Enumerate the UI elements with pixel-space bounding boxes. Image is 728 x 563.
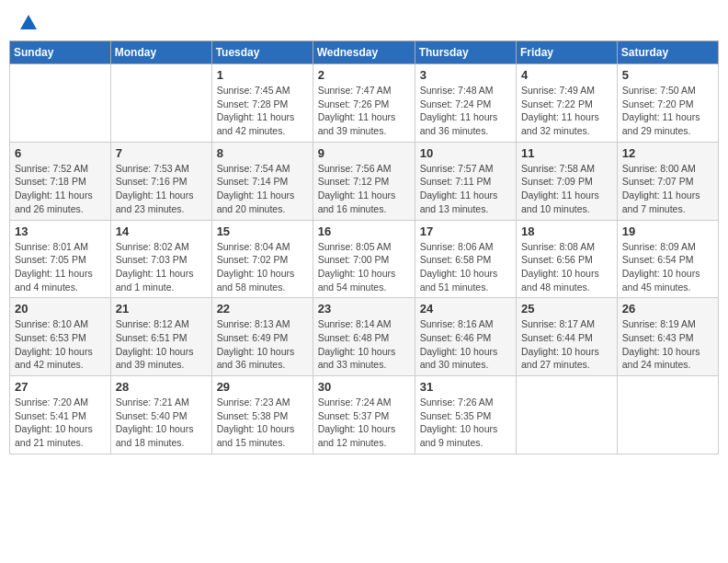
day-number: 18 — [521, 224, 612, 238]
page-header — [9, 9, 719, 35]
day-detail: Sunrise: 7:50 AM Sunset: 7:20 PM Dayligh… — [622, 84, 713, 138]
day-detail: Sunrise: 7:24 AM Sunset: 5:37 PM Dayligh… — [318, 396, 410, 450]
day-detail: Sunrise: 7:23 AM Sunset: 5:38 PM Dayligh… — [217, 396, 308, 450]
calendar-cell: 6Sunrise: 7:52 AM Sunset: 7:18 PM Daylig… — [10, 142, 111, 220]
day-detail: Sunrise: 8:12 AM Sunset: 6:51 PM Dayligh… — [116, 317, 207, 372]
logo-triangle-icon — [20, 15, 37, 29]
day-detail: Sunrise: 8:06 AM Sunset: 6:58 PM Dayligh… — [420, 240, 511, 294]
day-number: 19 — [622, 224, 713, 238]
day-number: 25 — [521, 302, 612, 316]
calendar-cell — [517, 376, 618, 454]
day-of-week-header: Monday — [110, 41, 211, 64]
day-detail: Sunrise: 8:14 AM Sunset: 6:48 PM Dayligh… — [318, 317, 410, 372]
calendar-cell — [10, 64, 111, 143]
day-number: 14 — [116, 224, 207, 238]
day-detail: Sunrise: 7:21 AM Sunset: 5:40 PM Dayligh… — [116, 396, 207, 450]
day-number: 22 — [217, 302, 308, 316]
day-number: 5 — [622, 68, 713, 82]
calendar-cell: 4Sunrise: 7:49 AM Sunset: 7:22 PM Daylig… — [517, 64, 618, 143]
calendar-cell: 3Sunrise: 7:48 AM Sunset: 7:24 PM Daylig… — [415, 64, 516, 143]
day-detail: Sunrise: 8:00 AM Sunset: 7:07 PM Dayligh… — [622, 162, 713, 216]
calendar-week-row: 6Sunrise: 7:52 AM Sunset: 7:18 PM Daylig… — [10, 142, 719, 220]
calendar-cell: 10Sunrise: 7:57 AM Sunset: 7:11 PM Dayli… — [415, 142, 516, 220]
day-number: 11 — [521, 146, 612, 160]
day-number: 12 — [622, 146, 713, 160]
day-detail: Sunrise: 7:57 AM Sunset: 7:11 PM Dayligh… — [420, 162, 511, 216]
calendar-cell: 12Sunrise: 8:00 AM Sunset: 7:07 PM Dayli… — [617, 142, 718, 220]
calendar-cell: 31Sunrise: 7:26 AM Sunset: 5:35 PM Dayli… — [415, 376, 516, 454]
day-number: 28 — [116, 380, 207, 394]
calendar-cell: 28Sunrise: 7:21 AM Sunset: 5:40 PM Dayli… — [110, 376, 211, 454]
calendar-cell: 22Sunrise: 8:13 AM Sunset: 6:49 PM Dayli… — [211, 298, 313, 376]
calendar-cell: 5Sunrise: 7:50 AM Sunset: 7:20 PM Daylig… — [617, 64, 718, 143]
calendar-week-row: 27Sunrise: 7:20 AM Sunset: 5:41 PM Dayli… — [10, 376, 719, 454]
day-number: 20 — [15, 302, 106, 316]
day-detail: Sunrise: 8:17 AM Sunset: 6:44 PM Dayligh… — [521, 317, 612, 372]
day-number: 15 — [217, 224, 308, 238]
day-number: 17 — [420, 224, 511, 238]
calendar-week-row: 1Sunrise: 7:45 AM Sunset: 7:28 PM Daylig… — [10, 64, 719, 143]
day-detail: Sunrise: 8:09 AM Sunset: 6:54 PM Dayligh… — [622, 240, 713, 294]
day-number: 13 — [15, 224, 106, 238]
calendar-cell: 25Sunrise: 8:17 AM Sunset: 6:44 PM Dayli… — [517, 298, 618, 376]
calendar-week-row: 13Sunrise: 8:01 AM Sunset: 7:05 PM Dayli… — [10, 220, 719, 298]
day-detail: Sunrise: 7:54 AM Sunset: 7:14 PM Dayligh… — [217, 162, 308, 216]
calendar-cell: 23Sunrise: 8:14 AM Sunset: 6:48 PM Dayli… — [313, 298, 415, 376]
day-detail: Sunrise: 8:04 AM Sunset: 7:02 PM Dayligh… — [217, 240, 308, 294]
calendar-cell: 11Sunrise: 7:58 AM Sunset: 7:09 PM Dayli… — [517, 142, 618, 220]
day-of-week-header: Saturday — [617, 41, 718, 64]
day-of-week-header: Sunday — [10, 41, 111, 64]
day-detail: Sunrise: 8:08 AM Sunset: 6:56 PM Dayligh… — [521, 240, 612, 294]
calendar-cell: 21Sunrise: 8:12 AM Sunset: 6:51 PM Dayli… — [110, 298, 211, 376]
day-of-week-header: Thursday — [415, 41, 516, 64]
calendar-cell: 2Sunrise: 7:47 AM Sunset: 7:26 PM Daylig… — [313, 64, 415, 143]
day-number: 7 — [116, 146, 207, 160]
day-detail: Sunrise: 8:05 AM Sunset: 7:00 PM Dayligh… — [318, 240, 410, 294]
calendar-week-row: 20Sunrise: 8:10 AM Sunset: 6:53 PM Dayli… — [10, 298, 719, 376]
calendar-header-row: SundayMondayTuesdayWednesdayThursdayFrid… — [10, 41, 719, 64]
day-detail: Sunrise: 7:20 AM Sunset: 5:41 PM Dayligh… — [15, 396, 106, 450]
day-number: 2 — [318, 68, 410, 82]
day-number: 1 — [217, 68, 308, 82]
calendar-cell: 14Sunrise: 8:02 AM Sunset: 7:03 PM Dayli… — [110, 220, 211, 298]
day-detail: Sunrise: 8:02 AM Sunset: 7:03 PM Dayligh… — [116, 240, 207, 294]
day-number: 27 — [15, 380, 106, 394]
calendar-cell: 20Sunrise: 8:10 AM Sunset: 6:53 PM Dayli… — [10, 298, 111, 376]
calendar-cell: 7Sunrise: 7:53 AM Sunset: 7:16 PM Daylig… — [110, 142, 211, 220]
day-detail: Sunrise: 7:58 AM Sunset: 7:09 PM Dayligh… — [521, 162, 612, 216]
day-of-week-header: Tuesday — [211, 41, 313, 64]
day-number: 23 — [318, 302, 410, 316]
day-detail: Sunrise: 8:01 AM Sunset: 7:05 PM Dayligh… — [15, 240, 106, 294]
day-number: 3 — [420, 68, 511, 82]
day-of-week-header: Friday — [517, 41, 618, 64]
calendar-cell: 13Sunrise: 8:01 AM Sunset: 7:05 PM Dayli… — [10, 220, 111, 298]
day-detail: Sunrise: 8:13 AM Sunset: 6:49 PM Dayligh… — [217, 317, 308, 372]
calendar-cell: 1Sunrise: 7:45 AM Sunset: 7:28 PM Daylig… — [211, 64, 313, 143]
calendar-cell: 9Sunrise: 7:56 AM Sunset: 7:12 PM Daylig… — [313, 142, 415, 220]
calendar-cell — [110, 64, 211, 143]
calendar-cell: 27Sunrise: 7:20 AM Sunset: 5:41 PM Dayli… — [10, 376, 111, 454]
day-number: 21 — [116, 302, 207, 316]
day-detail: Sunrise: 8:10 AM Sunset: 6:53 PM Dayligh… — [15, 317, 106, 372]
day-number: 9 — [318, 146, 410, 160]
day-number: 30 — [318, 380, 410, 394]
day-detail: Sunrise: 7:56 AM Sunset: 7:12 PM Dayligh… — [318, 162, 410, 216]
calendar-table: SundayMondayTuesdayWednesdayThursdayFrid… — [9, 40, 719, 454]
day-number: 8 — [217, 146, 308, 160]
calendar-cell: 26Sunrise: 8:19 AM Sunset: 6:43 PM Dayli… — [617, 298, 718, 376]
calendar-cell: 16Sunrise: 8:05 AM Sunset: 7:00 PM Dayli… — [313, 220, 415, 298]
day-number: 4 — [521, 68, 612, 82]
calendar-cell: 8Sunrise: 7:54 AM Sunset: 7:14 PM Daylig… — [211, 142, 313, 220]
day-detail: Sunrise: 7:49 AM Sunset: 7:22 PM Dayligh… — [521, 84, 612, 138]
calendar-cell: 29Sunrise: 7:23 AM Sunset: 5:38 PM Dayli… — [211, 376, 313, 454]
day-detail: Sunrise: 7:53 AM Sunset: 7:16 PM Dayligh… — [116, 162, 207, 216]
calendar-cell: 15Sunrise: 8:04 AM Sunset: 7:02 PM Dayli… — [211, 220, 313, 298]
day-number: 24 — [420, 302, 511, 316]
day-detail: Sunrise: 7:48 AM Sunset: 7:24 PM Dayligh… — [420, 84, 511, 138]
day-number: 29 — [217, 380, 308, 394]
calendar-cell: 30Sunrise: 7:24 AM Sunset: 5:37 PM Dayli… — [313, 376, 415, 454]
calendar-cell: 19Sunrise: 8:09 AM Sunset: 6:54 PM Dayli… — [617, 220, 718, 298]
day-detail: Sunrise: 8:16 AM Sunset: 6:46 PM Dayligh… — [420, 317, 511, 372]
logo — [18, 17, 37, 31]
day-of-week-header: Wednesday — [313, 41, 415, 64]
